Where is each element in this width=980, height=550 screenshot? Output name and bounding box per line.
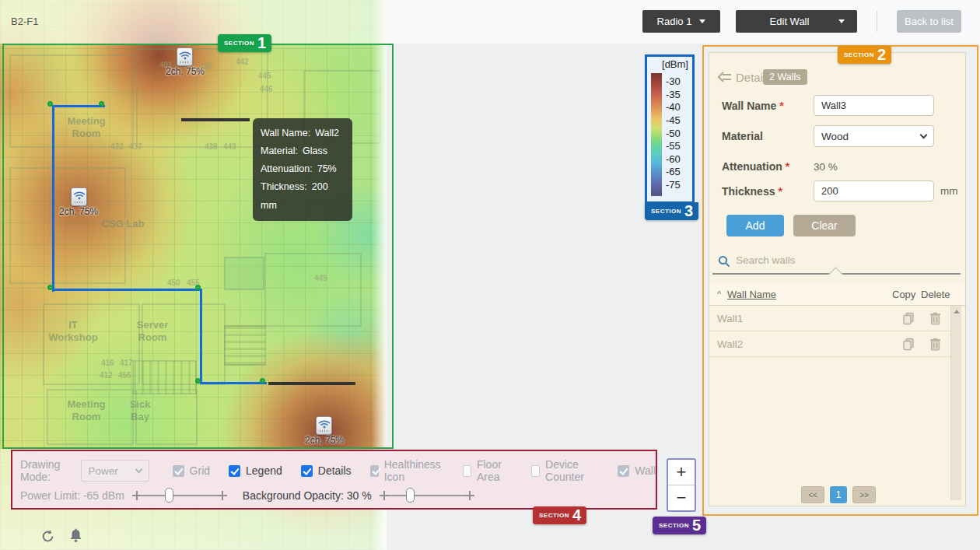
wall-segment-selected[interactable]: [200, 289, 202, 384]
wifi-icon: [179, 51, 191, 61]
attenuation-label: Attenuation*: [722, 160, 789, 173]
wall-name-column-header[interactable]: Wall Name: [727, 289, 776, 300]
pagination-prev-button[interactable]: <<: [801, 486, 824, 503]
wall-vertex-handle[interactable]: [195, 378, 201, 384]
header-divider: [877, 11, 877, 32]
ap-ports: [75, 201, 83, 203]
detail-back-button[interactable]: [716, 72, 732, 86]
tooltip-row: Material:Glass: [261, 142, 345, 160]
pagination-page-1[interactable]: 1: [830, 486, 847, 503]
floorplan-equipment: [224, 257, 264, 290]
table-row[interactable]: Wall1: [709, 306, 950, 331]
dropdown-arrow-icon: [838, 19, 845, 23]
wall-name-input[interactable]: [814, 95, 934, 116]
checkbox-legend[interactable]: Legend: [229, 464, 282, 477]
background-opacity-slider[interactable]: [381, 488, 473, 503]
floor-area-checkbox[interactable]: [463, 465, 471, 477]
room-number: 416: [101, 359, 114, 367]
wall-checkbox[interactable]: [618, 465, 629, 477]
legend-checkbox[interactable]: [229, 465, 240, 477]
tooltip-row: Attenuation:75%: [261, 160, 345, 178]
scroll-up-icon[interactable]: [954, 310, 960, 314]
section-4-badge: SECTION4: [533, 506, 586, 524]
wall-segment-black[interactable]: [268, 382, 355, 385]
checkbox-device-counter[interactable]: Device Counter: [531, 458, 600, 483]
wall-vertex-handle[interactable]: [47, 285, 53, 290]
copy-icon[interactable]: [902, 312, 915, 328]
room-number: 412: [100, 371, 113, 380]
delete-column-header: Delete: [921, 289, 950, 300]
healthiness-checkbox[interactable]: [370, 465, 379, 477]
ap-channel-label: 2ch, 75%: [51, 206, 106, 217]
chevron-down-icon: [135, 465, 142, 473]
wall-vertex-handle[interactable]: [99, 101, 104, 107]
zoom-out-button[interactable]: −: [668, 485, 695, 510]
wall-segment-selected[interactable]: [52, 105, 54, 292]
dbm-legend: [dBm] -30 -35 -40 -45 -50 -55 -60 -65 -7…: [645, 54, 695, 204]
ap-ports: [320, 430, 328, 432]
power-limit-slider-thumb[interactable]: [165, 488, 173, 503]
floorplan-wall: [264, 253, 362, 327]
clear-button[interactable]: Clear: [793, 215, 856, 236]
back-arrow-icon: [716, 72, 732, 82]
map-top-fade: [0, 0, 387, 44]
pagination-next-button[interactable]: >>: [852, 486, 876, 503]
wall-segment-selected[interactable]: [200, 382, 267, 384]
wall-segment-black[interactable]: [181, 118, 250, 121]
trash-icon[interactable]: [929, 312, 941, 328]
zoom-in-button[interactable]: +: [668, 460, 695, 485]
access-point-icon[interactable]: [71, 187, 87, 206]
copy-column-header: Copy: [892, 289, 915, 300]
detail-label[interactable]: Detail: [736, 71, 765, 84]
attenuation-value: 30 %: [814, 161, 838, 173]
search-walls-input[interactable]: [736, 254, 891, 266]
wall-segment-selected[interactable]: [52, 289, 202, 291]
ap-channel-label: 2ch, 75%: [297, 435, 352, 446]
notification-bell-icon[interactable]: [69, 528, 82, 547]
radio-dropdown[interactable]: Radio 1: [642, 10, 720, 33]
wall-vertex-handle[interactable]: [195, 285, 201, 290]
wall-segment-selected[interactable]: [52, 105, 105, 107]
device-counter-checkbox[interactable]: [531, 465, 540, 477]
room-label: CSG Lab: [95, 218, 151, 230]
copy-icon[interactable]: [902, 338, 915, 354]
details-checkbox[interactable]: [301, 465, 313, 477]
wall-vertex-handle[interactable]: [47, 101, 53, 107]
sort-ascending-icon[interactable]: ^: [717, 289, 721, 299]
grid-checkbox[interactable]: [173, 465, 184, 477]
drawing-mode-select[interactable]: Power: [81, 460, 149, 482]
room-number: 445: [258, 72, 271, 80]
background-opacity-slider-thumb[interactable]: [406, 488, 415, 503]
checkbox-wall[interactable]: Wall: [618, 464, 656, 477]
table-row[interactable]: Wall2: [709, 331, 950, 357]
walls-count-badge: 2 Walls: [763, 69, 807, 85]
access-point-icon[interactable]: [316, 416, 332, 435]
ap-channel-label: 2ch, 75%: [158, 66, 212, 77]
power-limit-slider[interactable]: [134, 488, 226, 503]
floor-name-label: B2-F1: [11, 16, 38, 27]
drawing-mode-label: Drawing Mode:: [20, 458, 75, 483]
add-button[interactable]: Add: [726, 215, 784, 236]
back-to-list-button[interactable]: Back to list: [897, 10, 961, 33]
checkbox-grid[interactable]: Grid: [173, 464, 210, 477]
slider-max-mark: [465, 491, 474, 500]
wall-vertex-handle[interactable]: [260, 378, 265, 384]
material-select[interactable]: Wood: [814, 125, 934, 147]
refresh-icon[interactable]: [40, 529, 55, 547]
ap-ports: [180, 61, 189, 63]
legend-color-scale: [651, 73, 662, 196]
checkbox-details[interactable]: Details: [301, 464, 352, 477]
checkbox-floor-area[interactable]: Floor Area: [463, 458, 513, 483]
slider-max-mark: [218, 491, 227, 500]
wifi-icon: [73, 191, 86, 201]
edit-mode-dropdown[interactable]: Edit Wall: [736, 10, 857, 33]
room-number: 456: [118, 371, 131, 380]
wall-tooltip: Wall Name:Wall2 Material:Glass Attenuati…: [253, 118, 352, 221]
list-scrollbar[interactable]: [950, 306, 961, 500]
trash-icon[interactable]: [929, 338, 941, 354]
checkbox-healthiness-icon[interactable]: Healthiness Icon: [370, 458, 444, 483]
required-asterisk: *: [778, 185, 782, 198]
thickness-input[interactable]: [814, 180, 934, 201]
dropdown-arrow-icon: [699, 19, 705, 23]
access-point-icon[interactable]: [177, 47, 193, 66]
